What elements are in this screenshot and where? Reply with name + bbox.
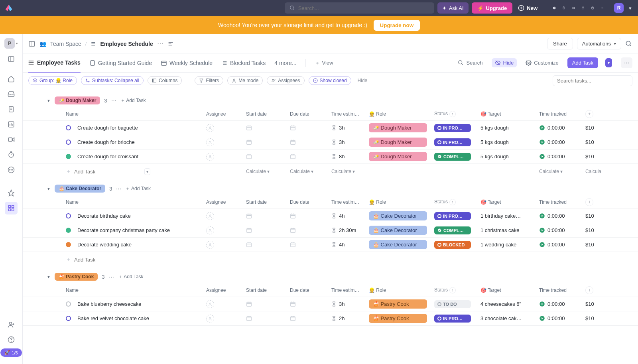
- chevron-down-icon[interactable]: ▾: [16, 41, 18, 45]
- group-label-chip[interactable]: 🍰 Pastry Cook: [55, 273, 98, 281]
- time-estimate-cell[interactable]: 4h: [331, 213, 369, 219]
- due-date-cell[interactable]: [290, 125, 331, 131]
- new-button[interactable]: New: [516, 5, 540, 11]
- show-closed-pill[interactable]: Show closed: [309, 76, 351, 85]
- onboarding-progress[interactable]: 🚀 1/5: [0, 348, 22, 357]
- column-status[interactable]: Status↑: [434, 199, 480, 205]
- target-cell[interactable]: 4 cheesecakes 6": [480, 301, 539, 307]
- time-estimate-cell[interactable]: 8h: [331, 153, 369, 159]
- time-estimate-cell[interactable]: 3h: [331, 139, 369, 145]
- time-tracked-cell[interactable]: 0:00:00: [539, 227, 585, 233]
- automations-button[interactable]: Automations ▾: [577, 38, 621, 49]
- add-column-button[interactable]: +: [585, 286, 601, 294]
- customize-button[interactable]: Customize: [526, 60, 558, 66]
- assignee-cell[interactable]: [206, 315, 246, 323]
- cost-cell[interactable]: $10: [585, 301, 601, 307]
- search-icon[interactable]: [625, 40, 632, 47]
- task-row[interactable]: Decorate company christmas party cake 2h…: [23, 223, 638, 238]
- start-date-cell[interactable]: [246, 153, 290, 159]
- play-icon[interactable]: [539, 242, 545, 248]
- play-icon[interactable]: [539, 315, 545, 321]
- sidebar-toggle-icon[interactable]: [5, 53, 18, 65]
- cost-cell[interactable]: $10: [585, 227, 601, 233]
- workspace-switcher[interactable]: P: [4, 38, 15, 49]
- sort-up-icon[interactable]: ↑: [449, 287, 456, 293]
- role-cell[interactable]: 🎂 Cake Decorator: [369, 226, 434, 235]
- task-name-cell[interactable]: Create dough for croissant: [66, 153, 206, 159]
- status-dot-icon[interactable]: [66, 213, 71, 218]
- column-start-date[interactable]: Start date: [246, 199, 290, 205]
- task-search-input[interactable]: [557, 78, 628, 84]
- plus-icon[interactable]: ＋: [66, 256, 71, 263]
- upgrade-button[interactable]: ⚡ Upgrade: [472, 2, 513, 14]
- inbox-icon[interactable]: [5, 88, 18, 100]
- filters-pill[interactable]: Filters: [195, 76, 223, 85]
- assignees-pill[interactable]: Assignees: [267, 76, 304, 85]
- collapse-group-icon[interactable]: ▼: [47, 187, 51, 191]
- check-circle-icon[interactable]: [551, 5, 557, 11]
- column-name[interactable]: Name: [66, 111, 206, 117]
- page-more-icon[interactable]: ⋯: [157, 40, 163, 47]
- status-dot-icon[interactable]: [66, 140, 71, 145]
- time-tracked-cell[interactable]: 0:00:00: [539, 125, 585, 131]
- target-cell[interactable]: 5 kgs dough: [480, 153, 539, 159]
- due-date-cell[interactable]: [290, 213, 331, 219]
- target-cell[interactable]: 1 birthday cake…: [480, 213, 539, 219]
- add-task-dropdown[interactable]: ▾: [605, 58, 612, 67]
- docs-icon[interactable]: [5, 103, 18, 116]
- time-estimate-cell[interactable]: 3h: [331, 301, 369, 307]
- status-dot-icon[interactable]: [66, 301, 71, 307]
- assignee-cell[interactable]: [206, 138, 246, 146]
- task-name-cell[interactable]: Decorate wedding cake: [66, 242, 206, 248]
- column-assignee[interactable]: Assignee: [206, 199, 246, 205]
- status-cell[interactable]: IN PRO…: [434, 138, 480, 146]
- status-cell[interactable]: IN PRO…: [434, 315, 480, 323]
- global-search[interactable]: [285, 2, 434, 14]
- time-tracked-cell[interactable]: 0:00:00: [539, 301, 585, 307]
- column-assignee[interactable]: Assignee: [206, 287, 246, 293]
- column-role[interactable]: 👷 Role: [369, 287, 434, 293]
- more-icon[interactable]: [5, 163, 18, 176]
- task-row[interactable]: Bake red velvet chocolate cake 2h 🍰 Past…: [23, 311, 638, 326]
- target-cell[interactable]: 1 christmas cake: [480, 227, 539, 233]
- alarm-icon[interactable]: [580, 5, 586, 11]
- target-cell[interactable]: 3 chocolate cak…: [480, 315, 539, 321]
- breadcrumb-space[interactable]: Team Space: [50, 41, 81, 47]
- breadcrumb-page[interactable]: Employee Schedule: [100, 41, 153, 47]
- due-date-cell[interactable]: [290, 242, 331, 248]
- status-cell[interactable]: IN PRO…: [434, 124, 480, 132]
- column-due-date[interactable]: Due date: [290, 199, 331, 205]
- group-label-chip[interactable]: 🎂 Cake Decorator: [55, 185, 105, 193]
- help-icon[interactable]: [5, 333, 18, 346]
- column-due-date[interactable]: Due date: [290, 111, 331, 117]
- task-row[interactable]: Create dough for croissant 8h 🧈 Dough Ma…: [23, 150, 638, 164]
- time-estimate-cell[interactable]: 4h: [331, 242, 369, 248]
- notepad-icon[interactable]: [589, 5, 596, 11]
- user-avatar[interactable]: R: [614, 3, 624, 13]
- columns-pill[interactable]: Columns: [148, 76, 182, 85]
- column-name[interactable]: Name: [66, 199, 206, 205]
- me-mode-pill[interactable]: Me mode: [227, 76, 263, 85]
- home-icon[interactable]: [5, 73, 18, 85]
- column-assignee[interactable]: Assignee: [206, 111, 246, 117]
- column-status[interactable]: Status↑: [434, 111, 480, 117]
- due-date-cell[interactable]: [290, 153, 331, 159]
- due-date-cell[interactable]: [290, 139, 331, 145]
- group-more-icon[interactable]: ⋯: [111, 98, 116, 104]
- task-name-cell[interactable]: Bake red velvet chocolate cake: [66, 315, 206, 321]
- global-search-input[interactable]: [298, 5, 429, 11]
- banner-upgrade-button[interactable]: Upgrade now: [374, 20, 420, 31]
- calculate-due[interactable]: Calculate ▾: [290, 169, 331, 174]
- calculate-tracked[interactable]: Calculate ▾: [539, 169, 585, 174]
- play-icon[interactable]: [539, 153, 545, 159]
- time-tracked-cell[interactable]: 0:00:00: [539, 153, 585, 159]
- add-task-input[interactable]: [74, 169, 141, 175]
- column-target[interactable]: 🎯 Target: [480, 111, 539, 117]
- start-date-cell[interactable]: [246, 213, 290, 219]
- status-dot-icon[interactable]: [66, 154, 71, 159]
- play-icon[interactable]: [539, 227, 545, 233]
- task-row[interactable]: Decorate birthday cake 4h 🎂 Cake Decorat…: [23, 209, 638, 223]
- column-time-estimate[interactable]: Time estim…: [331, 199, 369, 205]
- view-search-button[interactable]: Search: [458, 60, 482, 66]
- start-date-cell[interactable]: [246, 139, 290, 145]
